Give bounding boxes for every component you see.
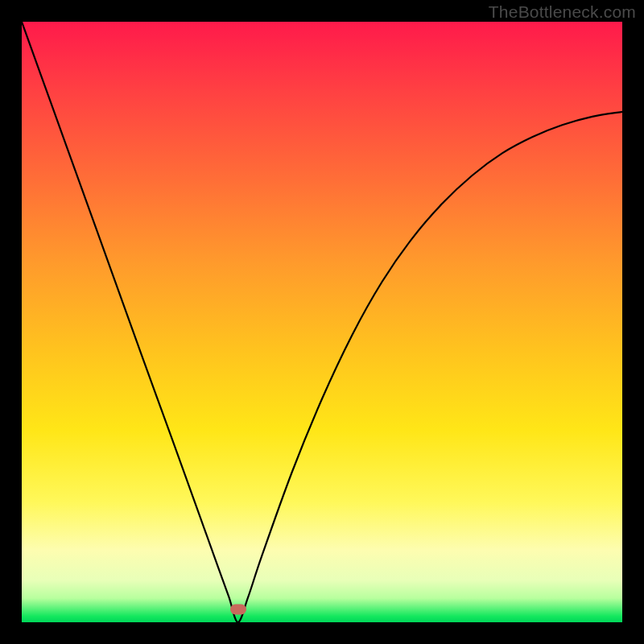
optimal-point-marker bbox=[230, 604, 246, 614]
attribution-text: TheBottleneck.com bbox=[489, 2, 636, 22]
chart-plot-area bbox=[22, 22, 622, 622]
